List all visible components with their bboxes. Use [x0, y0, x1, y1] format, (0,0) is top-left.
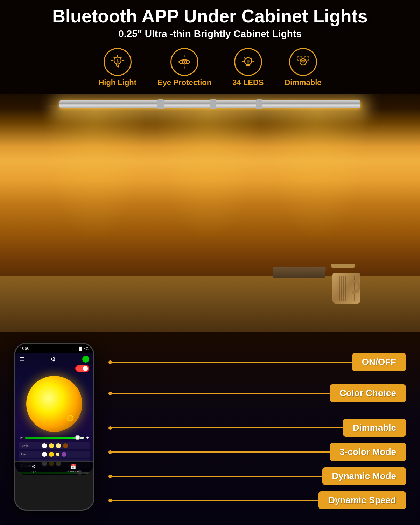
phone-power-dot[interactable] [82, 356, 89, 363]
callout-onoff-dot [108, 360, 112, 364]
swatch-flash-sm [56, 453, 59, 456]
phone-mode-static[interactable]: Static [19, 442, 90, 449]
feature-eye-protection: Eye Protection [158, 48, 211, 87]
svg-point-3 [184, 61, 186, 63]
page-title: Bluetooth APP Under Cabinet Lights [10, 6, 410, 26]
phone-toggle-row [15, 365, 93, 374]
callout-3color-line [112, 451, 330, 453]
phone-mode-flash-label: Flash [21, 453, 40, 456]
swatch-white [42, 443, 47, 448]
phone-toggle-knob [83, 366, 88, 371]
feature-dimmable: Dimmable [285, 48, 321, 87]
mug-decoration [329, 266, 364, 304]
swatch-neutral [56, 443, 61, 448]
phone-nav-adjust[interactable]: ⚙ Adjust [30, 464, 37, 473]
swatch-flash-white [42, 452, 47, 457]
callout-onoff: ON/OFF [108, 353, 406, 371]
phone-schedule-icon: 📅 [70, 464, 76, 469]
book-on-counter [273, 267, 326, 278]
callout-3color-badge: 3-color Mode [330, 443, 406, 461]
feature-34leds: 34 LEDS [232, 48, 264, 87]
phone-mode-flash[interactable]: Flash [19, 451, 90, 458]
mug-handle [352, 280, 360, 294]
callout-dimmable-dot [108, 426, 112, 430]
high-light-label: High Light [98, 78, 136, 87]
eye-protection-label: Eye Protection [158, 78, 211, 87]
34leds-label: 34 LEDS [232, 78, 264, 87]
callout-dynamic-mode: Dynamic Mode [108, 467, 406, 485]
svg-point-1 [117, 61, 119, 63]
34leds-icon-circle [234, 48, 262, 76]
callouts-section: ON/OFF Color Choice Dimmable 3-color Mod… [108, 343, 406, 509]
callout-color-badge: Color Choice [330, 384, 406, 402]
phone-nav-schedule[interactable]: 📅 Schedule [67, 464, 79, 473]
dimmable-label: Dimmable [285, 78, 321, 87]
phone-brightness-slider[interactable] [25, 437, 84, 439]
callout-color-choice: Color Choice [108, 384, 406, 402]
phone-mockup: 18:08 ▐▌ 4G ☰ ⚙ [14, 343, 94, 511]
light-connector-left [158, 99, 164, 109]
high-light-icon-circle [104, 48, 132, 76]
callout-color-line [112, 393, 330, 394]
mug-rim [331, 264, 355, 268]
feature-high-light: High Light [98, 48, 136, 87]
phone-brightness-slider-row: ☀ ✦ [15, 434, 93, 442]
callout-dimmable-badge: Dimmable [343, 419, 406, 437]
callout-dynamic-speed-line [112, 500, 318, 501]
eye-protection-icon-circle [170, 48, 198, 76]
swatch-flash-yellow [49, 452, 54, 457]
svg-point-8 [304, 56, 309, 61]
phone-app-header: ☰ ⚙ [15, 354, 93, 365]
light-connector-center [210, 99, 216, 109]
svg-point-5 [247, 60, 250, 63]
phone-color-circle[interactable] [26, 376, 82, 432]
light-connector-right [256, 99, 262, 109]
callout-dimmable-line [112, 427, 343, 428]
callout-color-dot [108, 392, 112, 395]
callout-dynamic-speed-badge: Dynamic Speed [318, 491, 406, 509]
phone-brightness-thumb [75, 435, 80, 440]
callout-dynamic-speed-dot [108, 499, 112, 502]
callout-3color-dot [108, 450, 112, 454]
page-subtitle: 0.25" Ultra -thin Brightly Cabinet Light… [10, 28, 410, 40]
phone-screen: 18:08 ▐▌ 4G ☰ ⚙ [15, 344, 93, 475]
callout-dimmable: Dimmable [108, 419, 406, 437]
callout-onoff-line [112, 362, 352, 363]
phone-tune-icon[interactable]: ⚙ [51, 356, 56, 363]
phone-signal: ▐▌ 4G [78, 347, 89, 351]
phone-bottom-nav: ⚙ Adjust 📅 Schedule [15, 461, 93, 475]
callout-3color: 3-color Mode [108, 443, 406, 461]
swatch-cool [63, 443, 68, 448]
page-wrapper: Bluetooth APP Under Cabinet Lights 0.25"… [0, 0, 420, 525]
callout-onoff-badge: ON/OFF [352, 353, 406, 371]
phone-onoff-toggle[interactable] [75, 365, 89, 372]
phone-time: 18:08 [20, 347, 29, 351]
phone-status-bar: 18:08 ▐▌ 4G [15, 344, 93, 354]
swatch-warm [49, 443, 54, 448]
brightness-high-icon: ✦ [86, 435, 89, 440]
cabinet-light-bar [59, 100, 360, 108]
brightness-low-icon: ☀ [19, 435, 23, 440]
swatch-flash-purple [62, 452, 66, 457]
mug-body [332, 273, 360, 304]
phone-mode-static-label: Static [21, 444, 40, 448]
callout-dynamic-mode-badge: Dynamic Mode [322, 467, 406, 485]
cabinet-image-area [0, 94, 420, 332]
callout-dynamic-mode-dot [108, 475, 112, 478]
callout-dynamic-mode-line [112, 476, 322, 477]
features-row: High Light Eye Protection [10, 45, 410, 90]
header-section: Bluetooth APP Under Cabinet Lights 0.25"… [0, 0, 420, 94]
svg-point-9 [302, 61, 304, 63]
phone-color-selector-dot[interactable] [67, 415, 74, 421]
phone-adjust-label: Adjust [30, 470, 37, 473]
phone-schedule-label: Schedule [67, 470, 79, 473]
phone-adjust-icon: ⚙ [31, 464, 36, 469]
dimmable-icon-circle [289, 48, 317, 76]
callout-dynamic-speed: Dynamic Speed [108, 491, 406, 509]
phone-menu-icon[interactable]: ☰ [19, 356, 24, 363]
app-section: 18:08 ▐▌ 4G ☰ ⚙ [0, 332, 420, 525]
